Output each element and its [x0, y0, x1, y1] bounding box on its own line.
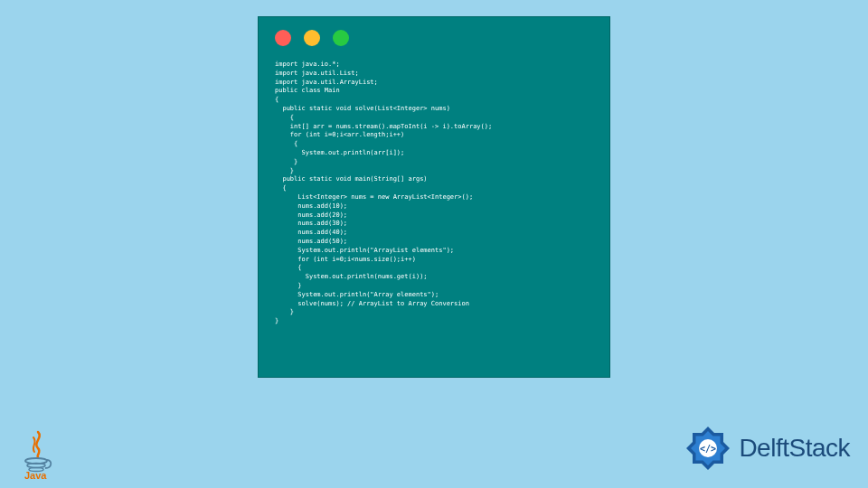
close-icon — [275, 30, 291, 46]
code-window: import java.io.*; import java.util.List;… — [258, 16, 610, 378]
delftstack-text: DelftStack — [739, 434, 850, 463]
java-logo-text: Java — [24, 470, 47, 481]
code-block: import java.io.*; import java.util.List;… — [259, 53, 609, 339]
delftstack-logo: </> DelftStack — [683, 423, 850, 474]
maximize-icon — [333, 30, 349, 46]
java-logo: Java — [18, 430, 58, 481]
svg-text:</>: </> — [700, 444, 716, 454]
java-cup-icon: Java — [18, 430, 58, 481]
minimize-icon — [304, 30, 320, 46]
delftstack-badge-icon: </> — [683, 423, 733, 474]
window-traffic-lights — [259, 17, 609, 53]
